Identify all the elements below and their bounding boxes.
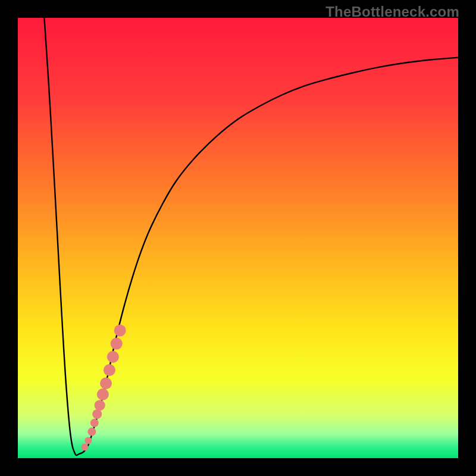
marker-point [114,324,126,336]
marker-point [87,428,96,436]
marker-point [107,351,119,363]
marker-point [90,419,99,427]
marker-point [81,444,88,451]
marker-point [111,338,123,350]
gradient-background [18,18,458,458]
marker-point [92,409,102,419]
marker-point [100,377,112,389]
plot-area [18,18,458,458]
chart-frame: TheBottleneck.com [0,0,476,476]
bottleneck-chart [18,18,458,458]
marker-point [95,400,105,411]
marker-point [97,389,109,400]
marker-point [104,364,115,376]
marker-point [84,437,92,444]
